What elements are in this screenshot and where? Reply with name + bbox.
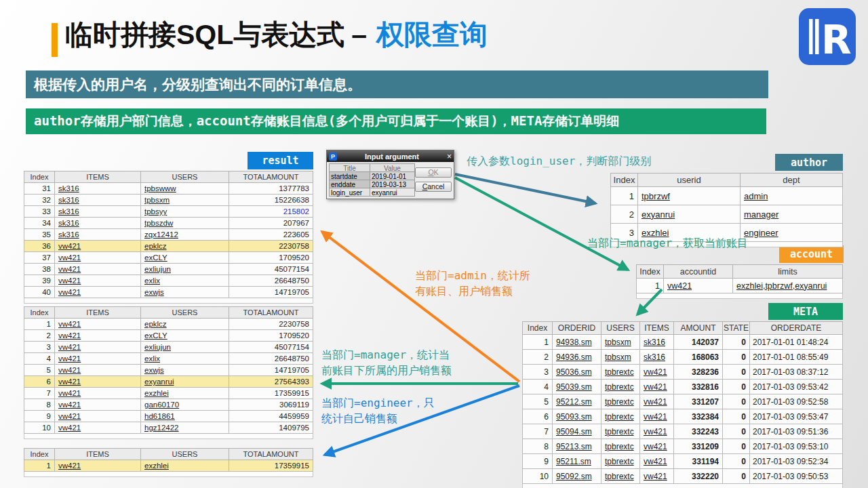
cell-items-link[interactable]: vw421 [55,365,141,376]
cell-users-link[interactable]: tpbrextc [601,394,640,409]
column-header: Index [523,322,553,335]
cell-users-link[interactable]: tpbrextc [601,424,640,439]
subtitle-banner-text: 根据传入的用户名，分级别查询出不同的订单信息。 [34,75,361,94]
cell-items-link[interactable]: vw421 [55,330,141,342]
cell-users-link[interactable]: tpbrextc [601,454,640,469]
cell-users-link[interactable]: epklcz [141,241,229,252]
cell-users-link[interactable]: exCLY [141,252,229,264]
cell-users-link[interactable]: exwjs [141,287,229,298]
cell-users-link[interactable]: tpbrextc [601,365,640,380]
cell-items-link[interactable]: vw421 [55,411,141,422]
cell-users-link[interactable]: tpbswww [141,183,229,195]
cell-items-link[interactable]: vw421 [55,287,141,298]
cell-index: 8 [523,439,553,454]
cell-orderid-link[interactable]: 95211.sm [553,454,601,469]
cell-users-link[interactable]: tpbsxm [601,335,640,350]
cell-items-link[interactable]: vw421 [55,353,141,365]
cell-items-link[interactable]: vw421 [640,394,674,409]
cell-userid-link[interactable]: tpbrzwf [638,187,741,205]
cell-items-link[interactable]: vw421 [640,409,674,424]
cell-items-link[interactable]: sk316 [55,229,141,241]
cell-items-link[interactable]: vw421 [55,376,141,388]
cell-items-link[interactable]: sk316 [55,183,141,195]
cell-orderid-link[interactable]: 95093.sm [553,409,601,424]
column-header: ITEMS [55,171,141,183]
close-icon[interactable]: × [447,152,452,161]
cell-items-link[interactable]: vw421 [640,380,674,394]
cell-users-link[interactable]: tpbrextc [601,439,640,454]
cell-items-link[interactable]: sk316 [55,218,141,229]
cell-users-link[interactable]: exCLY [141,330,229,342]
cell-dept-link[interactable]: engineer [741,224,843,242]
cell-users-link[interactable]: hd61861 [141,411,229,422]
cell-users-link[interactable]: gan60170 [141,399,229,411]
cell-items-link[interactable]: sk316 [55,195,141,206]
column-header: STATE [723,322,750,335]
cell-items-link[interactable]: vw421 [55,460,141,472]
cell-items-link[interactable]: vw421 [55,399,141,411]
cell-items-link[interactable]: vw421 [55,275,141,287]
cell-orderdate: 2017-01-03 09:52:34 [750,454,843,469]
cell-orderid-link[interactable]: 94936.sm [553,350,601,365]
cell-orderid-link[interactable]: 95212.sm [553,394,601,409]
cell-orderid-link[interactable]: 95036.sm [553,365,601,380]
cell-items-link[interactable]: sk316 [640,350,674,365]
cell-userid-link[interactable]: exyanrui [638,205,741,224]
cell-orderdate: 2017-01-03 09:53:42 [750,380,843,394]
cell-dept-link[interactable]: admin [741,187,843,205]
cell-users-link[interactable]: tpbrextc [601,380,640,394]
cell-users-link[interactable]: exliujun [141,264,229,275]
cell-users-link[interactable]: tpbsyy [141,206,229,218]
cell-orderid-link[interactable]: 95213.sm [553,439,601,454]
cell-users-link[interactable]: exlix [141,275,229,287]
param-value-field[interactable]: exyanrui [370,188,415,197]
cell-items-link[interactable]: sk316 [640,335,674,350]
cell-users-link[interactable]: tpbsxm [601,350,640,365]
cell-items-link[interactable]: sk316 [55,206,141,218]
cell-items-link[interactable]: vw421 [55,252,141,264]
cell-items-link[interactable]: vw421 [640,365,674,380]
cell-users-link[interactable]: tpbrextc [601,409,640,424]
cell-orderid-link[interactable]: 94938.sm [553,335,601,350]
cell-items-link[interactable]: vw421 [55,342,141,353]
cell-dept-link[interactable]: manager [741,205,843,224]
table-row: 1 vw421 epklcz 2230758 [24,319,313,330]
column-header: USERS [141,307,229,319]
cell-orderid-link[interactable]: 95094.sm [553,424,601,439]
cell-users-link[interactable]: hgz12422 [141,422,229,434]
dialog-param-row: login_user exyanrui [329,188,415,197]
cell-accountid-link[interactable]: vw421 [664,279,733,293]
cell-users-link[interactable]: tpbsxm [141,195,229,206]
cell-users-link[interactable]: exyanrui [141,376,229,388]
cancel-button[interactable]: Cancel [415,182,452,192]
cell-limits-link[interactable]: exzhlei,tpbrzwf,exyanrui [733,279,843,293]
cell-users-link[interactable]: tpbrextc [601,469,640,484]
table-row: 5 vw421 exwjs 14719705 [24,365,313,376]
column-header: TOTALAMOUNT [229,171,313,183]
cell-items-link[interactable]: vw421 [55,241,141,252]
cell-users-link[interactable]: exzhlei [141,388,229,399]
cell-items-link[interactable]: vw421 [640,469,674,484]
cell-orderid-link[interactable]: 95092.sm [553,469,601,484]
cell-items-link[interactable]: vw421 [640,424,674,439]
cell-amount: 15226638 [229,195,313,206]
cell-items-link[interactable]: vw421 [55,264,141,275]
cell-items-link[interactable]: vw421 [55,422,141,434]
cell-items-link[interactable]: vw421 [55,319,141,330]
cell-users-link[interactable]: tpbszdw [141,218,229,229]
cell-items-link[interactable]: vw421 [640,439,674,454]
dialog-titlebar[interactable]: P Input argument × [327,150,454,162]
cell-users-link[interactable]: exlix [141,353,229,365]
cell-users-link[interactable]: epklcz [141,319,229,330]
cell-items-link[interactable]: vw421 [55,388,141,399]
cell-orderdate: 2017-01-01 01:48:24 [750,335,843,350]
ok-button[interactable]: OK [415,167,452,178]
cell-users-link[interactable]: exliujun [141,342,229,353]
cell-users-link[interactable]: zqx12412 [141,229,229,241]
cell-items-link[interactable]: vw421 [640,454,674,469]
table-row: 6 95093.sm tpbrextc vw421 332384 0 2017-… [523,409,843,424]
annotation-manager-line1: 当部门=manager，统计当 [321,347,452,363]
cell-orderid-link[interactable]: 95039.sm [553,380,601,394]
cell-users-link[interactable]: exzhlei [141,460,229,472]
cell-users-link[interactable]: exwjs [141,365,229,376]
